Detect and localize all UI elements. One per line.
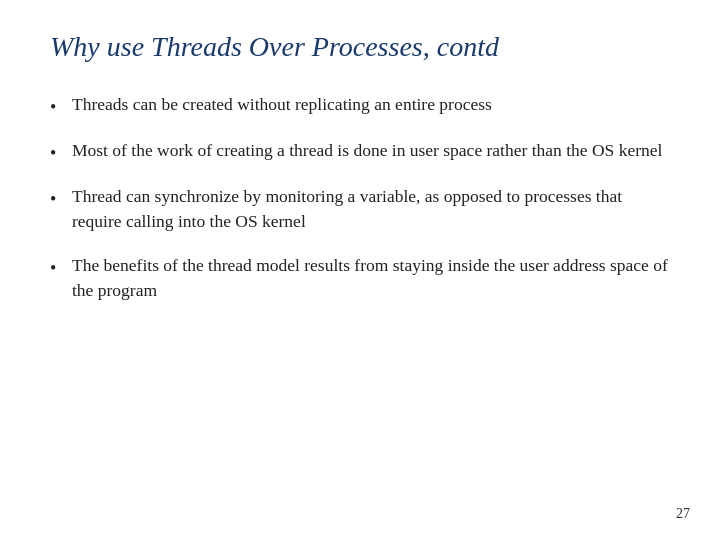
slide: Why use Threads Over Processes, contd • … xyxy=(0,0,720,540)
bullet-dot: • xyxy=(50,186,72,212)
list-item: • The benefits of the thread model resul… xyxy=(50,253,670,304)
bullet-text: Thread can synchronize by monitoring a v… xyxy=(72,184,670,235)
bullet-text: Most of the work of creating a thread is… xyxy=(72,138,670,163)
slide-number: 27 xyxy=(676,506,690,522)
bullet-dot: • xyxy=(50,94,72,120)
bullet-text: The benefits of the thread model results… xyxy=(72,253,670,304)
bullet-list: • Threads can be created without replica… xyxy=(50,92,670,510)
list-item: • Most of the work of creating a thread … xyxy=(50,138,670,166)
bullet-dot: • xyxy=(50,140,72,166)
list-item: • Thread can synchronize by monitoring a… xyxy=(50,184,670,235)
slide-title: Why use Threads Over Processes, contd xyxy=(50,30,670,64)
list-item: • Threads can be created without replica… xyxy=(50,92,670,120)
bullet-dot: • xyxy=(50,255,72,281)
bullet-text: Threads can be created without replicati… xyxy=(72,92,670,117)
